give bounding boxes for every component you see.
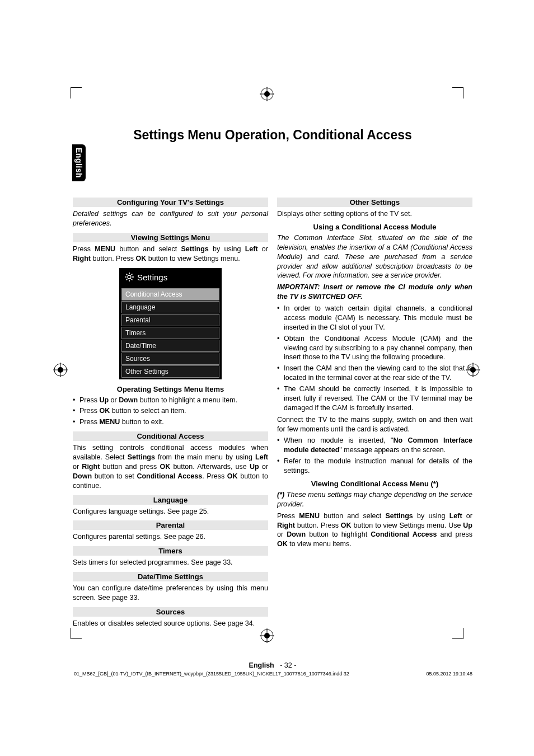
settings-menu-header: Settings (120, 269, 221, 288)
note-text: (*) These menu settings may change depen… (277, 491, 472, 508)
para-view: Press MENU button and select Settings by… (73, 245, 268, 264)
para-important: IMPORTANT: Insert or remove the CI modul… (277, 283, 472, 302)
cam-bullet-6: Refer to the module instruction manual f… (277, 457, 472, 476)
print-mark-top (260, 87, 274, 101)
cam-bullet-2: Obtain the Conditional Access Module (CA… (277, 334, 472, 363)
para-language: Configures language settings. See page 2… (73, 507, 268, 516)
footer-pagenum: - 32 - (280, 661, 296, 669)
crop-bl (56, 639, 71, 654)
footer-lang: English (249, 661, 274, 669)
svg-line-21 (127, 274, 128, 275)
crop-tr (463, 73, 478, 87)
indesign-footer: 01_MB62_[GB]_(01-TV)_IDTV_(IB_INTERNET)_… (74, 671, 472, 677)
settings-menu-item: Other Settings (121, 365, 219, 378)
para-note: (*) These menu settings may change depen… (277, 490, 472, 509)
svg-point-16 (128, 275, 131, 279)
page-content: Settings Menu Operation, Conditional Acc… (73, 106, 472, 664)
operate-bullet-1: Press Up or Down button to highlight a m… (73, 396, 268, 405)
para-cam-italic: The Common Interface Slot, situated on t… (277, 233, 472, 280)
svg-line-24 (132, 274, 133, 275)
settings-menu-item: Language (121, 301, 219, 313)
svg-line-22 (132, 279, 133, 280)
heading-parental: Parental (73, 520, 268, 530)
left-column: Configuring Your TV's Settings Detailed … (73, 193, 268, 631)
para-other: Displays other setting options of the TV… (277, 209, 472, 219)
cam-bullet-5: When no module is inserted, "No Common I… (277, 436, 472, 455)
para-timers: Sets timers for selected programmes. See… (73, 558, 268, 567)
heading-timers: Timers (73, 546, 268, 556)
heading-operating: Operating Settings Menu Items (73, 385, 268, 393)
settings-menu-item: Conditional Access (121, 288, 219, 300)
heading-cond-access: Conditional Access (73, 431, 268, 441)
settings-menu-item: Timers (121, 327, 219, 339)
settings-menu-item: Date/Time (121, 340, 219, 352)
settings-menu-title: Settings (137, 273, 167, 282)
cam-bullet-3: Insert the CAM and then the viewing card… (277, 364, 472, 383)
heading-other: Other Settings (277, 198, 472, 207)
heading-datetime: Date/Time Settings (73, 572, 268, 581)
para-config: Detailed settings can be configured to s… (73, 209, 268, 228)
para-parental: Configures parental settings. See page 2… (73, 532, 268, 542)
cam-bullet-1: In order to watch certain digital channe… (277, 304, 472, 332)
crop-tl (56, 73, 71, 87)
heading-configuring: Configuring Your TV's Settings (73, 198, 268, 207)
operate-bullet-3: Press MENU button to exit. (73, 417, 268, 427)
heading-cam: Using a Conditional Access Module (277, 223, 472, 231)
heading-sources: Sources (73, 607, 268, 617)
para-sources: Enables or disables selected source opti… (73, 619, 268, 628)
page-footer: English - 32 - (73, 661, 472, 669)
indd-file: 01_MB62_[GB]_(01-TV)_IDTV_(IB_INTERNET)_… (74, 671, 349, 677)
operate-bullet-2: Press OK button to select an item. (73, 406, 268, 416)
para-cond-access: This setting controls conditional access… (73, 443, 268, 490)
settings-menu-item: Parental (121, 314, 219, 326)
para-view-ca: Press MENU button and select Settings by… (277, 511, 472, 550)
cam-bullet-4: The CAM should be correctly inserted, it… (277, 384, 472, 413)
svg-line-23 (127, 279, 128, 280)
settings-menu-screenshot: Settings Conditional AccessLanguageParen… (119, 268, 222, 379)
heading-viewing-settings: Viewing Settings Menu (73, 233, 268, 242)
print-mark-left (53, 363, 68, 377)
settings-menu-item: Sources (121, 353, 219, 365)
page-title: Settings Menu Operation, Conditional Acc… (73, 128, 472, 143)
heading-view-ca: Viewing Conditional Access Menu (*) (277, 480, 472, 488)
gear-icon (125, 273, 134, 281)
para-datetime: You can configure date/time preferences … (73, 584, 268, 603)
indd-timestamp: 05.05.2012 19:10:48 (426, 671, 472, 677)
right-column: Other Settings Displays other setting op… (277, 193, 472, 631)
para-connect: Connect the TV to the mains supply, swit… (277, 415, 472, 434)
heading-language: Language (73, 495, 268, 505)
